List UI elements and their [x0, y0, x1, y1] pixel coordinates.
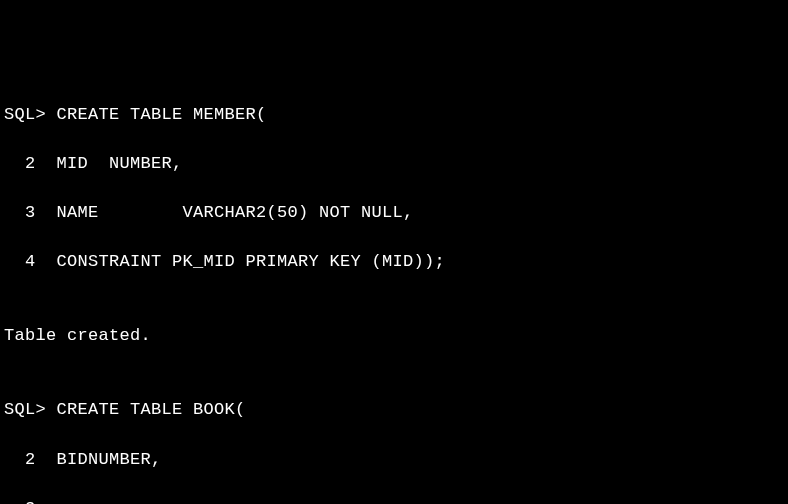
terminal-output: Table created. [4, 324, 788, 349]
terminal-line: 2 BIDNUMBER, [4, 448, 788, 473]
terminal-line: 3 [4, 497, 788, 504]
terminal-line: SQL> CREATE TABLE MEMBER( [4, 103, 788, 128]
terminal-line: SQL> CREATE TABLE BOOK( [4, 398, 788, 423]
terminal-line: 3 NAME VARCHAR2(50) NOT NULL, [4, 201, 788, 226]
terminal-line: 4 CONSTRAINT PK_MID PRIMARY KEY (MID)); [4, 250, 788, 275]
terminal-line: 2 MID NUMBER, [4, 152, 788, 177]
